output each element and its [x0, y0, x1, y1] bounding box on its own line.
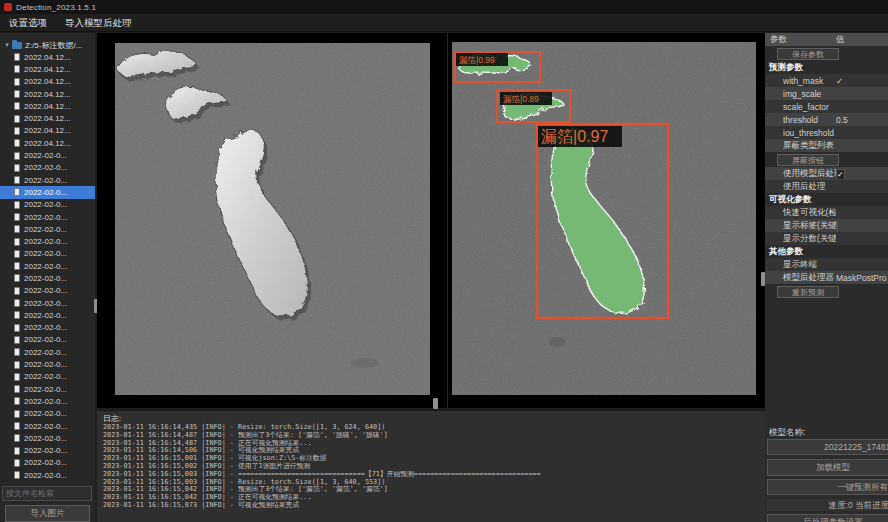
param-row[interactable]: threshold0.5 [765, 113, 888, 126]
tree-item[interactable]: 2022-02-0... [0, 199, 95, 211]
param-row[interactable]: 屏蔽类型列表 [765, 139, 888, 152]
tree-item[interactable]: 2022-02-0... [0, 432, 95, 444]
file-icon [14, 262, 20, 270]
param-button-row[interactable]: 屏蔽按钮 [765, 152, 888, 167]
tree-item[interactable]: 2022-02-0... [0, 420, 95, 432]
app-window: Detection_2023.1.5.1 设置选项 导入模型后处理 ▾ Z:/5… [0, 0, 888, 522]
file-name: 2022-02-0... [24, 397, 67, 406]
header-value: 值 [836, 34, 888, 46]
file-icon [14, 385, 20, 393]
tree-item[interactable]: 2022.04.12... [0, 51, 95, 63]
file-name: 2022-02-0 [24, 483, 60, 484]
param-value[interactable]: ✓ [836, 169, 888, 179]
param-row[interactable]: with_mask✓ [765, 74, 888, 87]
tree-item[interactable]: 2022-02-0... [0, 272, 95, 284]
file-icon [14, 410, 20, 418]
tree-item[interactable]: 2022-02-0... [0, 408, 95, 420]
tree-item[interactable]: 2022-02-0... [0, 260, 95, 272]
tree-item[interactable]: 2022-02-0... [0, 383, 95, 395]
file-tree[interactable]: ▾ Z:/5-标注数据/... 2022.04.12...2022.04.12.… [0, 33, 95, 484]
checkbox[interactable] [836, 221, 838, 231]
file-icon [14, 139, 20, 147]
model-name-field[interactable]: 20221225_174813 [767, 439, 888, 455]
file-name: 2022-02-0... [24, 163, 67, 172]
param-value[interactable]: 0.5 [836, 115, 888, 125]
param-row[interactable]: 显示标签(关键点) [765, 219, 888, 232]
tree-item[interactable]: 2022-02-0... [0, 445, 95, 457]
param-button[interactable]: 保存参数 [777, 48, 839, 60]
file-icon [14, 176, 20, 184]
param-label: 显示分数(关键点) [765, 233, 836, 245]
tree-item[interactable]: 2022-02-0... [0, 457, 95, 469]
param-row[interactable]: scale_factor [765, 100, 888, 113]
param-group-header[interactable]: 其他参数 [765, 245, 888, 258]
tree-item[interactable]: 2022-02-0... [0, 469, 95, 481]
menu-import-model-postprocess[interactable]: 导入模型后处理 [56, 14, 141, 32]
tree-item[interactable]: 2022-02-0... [0, 186, 95, 198]
tree-item[interactable]: 2022-02-0... [0, 162, 95, 174]
tree-item[interactable]: 2022.04.12... [0, 88, 95, 100]
tree-item[interactable]: 2022.04.12... [0, 125, 95, 137]
menu-settings[interactable]: 设置选项 [0, 14, 56, 32]
prediction-image-view[interactable]: 漏箔|0.99 漏箔|0.89 漏箔|0.97 [452, 42, 756, 395]
param-row[interactable]: 使用模型后处理✓ [765, 167, 888, 180]
param-value[interactable]: ✓ [836, 76, 888, 86]
param-value[interactable]: MaskPostPro [836, 273, 888, 283]
tree-item[interactable]: 2022-02-0... [0, 223, 95, 235]
tree-item[interactable]: 2022-02-0... [0, 297, 95, 309]
predict-all-button[interactable]: 一键预测所有 [767, 479, 888, 495]
tree-item[interactable]: 2022-02-0... [0, 149, 95, 161]
param-row[interactable]: 显示分数(关键点) [765, 232, 888, 245]
speed-progress-text: 速度:0 当前进度 [767, 499, 888, 511]
tree-item[interactable]: 2022-02-0... [0, 346, 95, 358]
tree-item[interactable]: 2022-02-0... [0, 248, 95, 260]
original-image-view[interactable] [115, 43, 430, 395]
tree-item[interactable]: 2022-02-0 [0, 481, 95, 484]
param-value[interactable] [836, 221, 888, 231]
tree-item[interactable]: 2022-02-0... [0, 235, 95, 247]
tree-item[interactable]: 2022.04.12... [0, 100, 95, 112]
param-group-header[interactable]: 预测参数 [765, 61, 888, 74]
tree-item[interactable]: 2022-02-0... [0, 334, 95, 346]
param-row[interactable]: 快速可视化(检测) [765, 206, 888, 219]
tree-item[interactable]: 2022-02-0... [0, 358, 95, 370]
tree-item[interactable]: 2022-02-0... [0, 309, 95, 321]
tree-item[interactable]: 2022-02-0... [0, 395, 95, 407]
file-icon [14, 311, 20, 319]
tree-item[interactable]: 2022.04.12... [0, 112, 95, 124]
tree-item[interactable]: 2022-02-0... [0, 285, 95, 297]
tree-item[interactable]: 2022.04.12... [0, 63, 95, 75]
param-row[interactable]: 显示终端 [765, 258, 888, 271]
postprocess-settings-button[interactable]: 后处理参数设置 [767, 514, 888, 522]
param-button[interactable]: 重新预测 [777, 286, 839, 298]
param-group-header[interactable]: 可视化参数 [765, 193, 888, 206]
param-button-row[interactable]: 重新预测 [765, 284, 888, 299]
file-name: 2022.04.12... [24, 139, 71, 148]
param-row[interactable]: iou_threshold [765, 126, 888, 139]
file-name: 2022-02-0... [24, 422, 67, 431]
param-button[interactable]: 屏蔽按钮 [777, 154, 839, 166]
expander-arrow-icon[interactable]: ▾ [2, 41, 12, 49]
param-row[interactable]: 模型后处理器MaskPostPro [765, 271, 888, 284]
param-label: img_scale [765, 89, 836, 99]
tree-item[interactable]: 2022-02-0... [0, 322, 95, 334]
search-input[interactable] [2, 486, 92, 501]
tree-item[interactable]: 2022-02-0... [0, 174, 95, 186]
tree-item[interactable]: 2022.04.12... [0, 137, 95, 149]
file-tree-panel: ▾ Z:/5-标注数据/... 2022.04.12...2022.04.12.… [0, 33, 95, 522]
checkbox[interactable]: ✓ [836, 169, 845, 179]
tree-item[interactable]: 2022-02-0... [0, 211, 95, 223]
load-model-button[interactable]: 加载模型 [767, 459, 888, 476]
tree-root-folder[interactable]: ▾ Z:/5-标注数据/... [0, 39, 95, 51]
file-icon [14, 115, 20, 123]
param-row[interactable]: 使用后处理 [765, 180, 888, 193]
tree-item[interactable]: 2022.04.12... [0, 76, 95, 88]
param-row[interactable]: img_scale [765, 87, 888, 100]
file-name: 2022-02-0... [24, 323, 67, 332]
import-images-button[interactable]: 导入图片 [5, 505, 90, 522]
param-label: scale_factor [765, 102, 836, 112]
log-splitter-handle[interactable] [433, 398, 438, 409]
param-label: 显示标签(关键点) [765, 220, 836, 232]
param-button-row[interactable]: 保存参数 [765, 46, 888, 61]
tree-item[interactable]: 2022-02-0... [0, 371, 95, 383]
